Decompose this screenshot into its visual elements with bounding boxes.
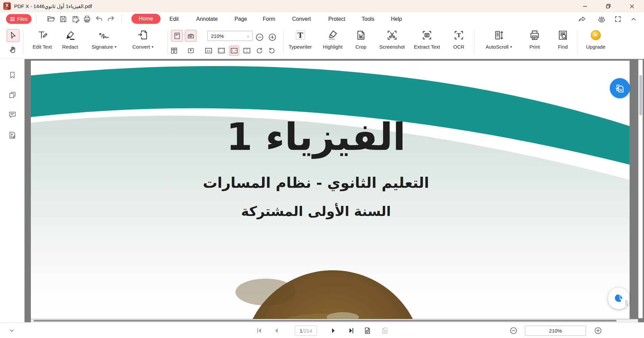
fit-width-button[interactable] xyxy=(229,46,239,56)
first-page-button[interactable] xyxy=(255,326,264,335)
hand-icon xyxy=(9,45,17,54)
rotate-clockwise-button[interactable] xyxy=(254,46,264,56)
print-tool[interactable]: Print xyxy=(529,29,540,50)
rotate-counterclockwise-button[interactable] xyxy=(267,46,277,56)
status-zoom-out-button[interactable] xyxy=(509,326,518,335)
divider xyxy=(577,30,577,54)
signature-tool[interactable]: Signature▾ xyxy=(92,29,116,50)
bookmarks-panel-button[interactable] xyxy=(7,70,17,80)
next-view-button[interactable] xyxy=(380,326,389,335)
divider xyxy=(23,30,24,54)
expand-panel-button[interactable] xyxy=(7,326,16,335)
ocr-label: OCR xyxy=(453,44,464,50)
actual-size-button[interactable]: 1:1 xyxy=(204,46,214,56)
upgrade-button[interactable]: ★ Upgrade xyxy=(586,29,605,50)
rotate-counterclockwise-icon xyxy=(268,47,276,55)
annotation-summary-panel-button[interactable] xyxy=(7,130,17,140)
previous-view-button[interactable] xyxy=(363,326,372,335)
tab-form[interactable]: Form xyxy=(261,12,276,25)
horizontal-scrollbar-thumb[interactable] xyxy=(34,320,616,322)
find-tool[interactable]: Find xyxy=(557,29,569,50)
page-thumbnails-icon xyxy=(8,91,17,99)
next-page-button[interactable] xyxy=(329,326,338,335)
vertical-scrollbar-thumb[interactable] xyxy=(639,75,642,115)
status-zoom-in-button[interactable] xyxy=(594,326,602,335)
fit-height-button[interactable] xyxy=(242,46,252,56)
minimize-button[interactable] xyxy=(577,0,593,12)
fullscreen-button[interactable] xyxy=(613,15,622,23)
pdf-x-application-window: X PDF PDF X - 1446الفيزياء1 أول ثانوي.pd… xyxy=(0,0,644,338)
zoom-level-select[interactable]: 210% ⌄ xyxy=(207,31,253,41)
redact-icon xyxy=(64,30,76,41)
convert-label: Convert▾ xyxy=(132,44,154,50)
continuous-view-button[interactable] xyxy=(185,30,197,42)
typewriter-tool[interactable]: T Typewriter xyxy=(288,29,312,50)
zoom-in-button[interactable] xyxy=(268,33,277,42)
quick-print-button[interactable] xyxy=(83,14,92,23)
convert-to-word-fab[interactable]: W xyxy=(610,78,630,98)
open-file-button[interactable] xyxy=(47,14,56,23)
comments-panel-button[interactable] xyxy=(7,110,17,120)
hand-tool-button[interactable] xyxy=(7,43,19,56)
tab-help[interactable]: Help xyxy=(390,12,404,25)
save-button[interactable] xyxy=(59,14,68,23)
page-thumbnails-panel-button[interactable] xyxy=(7,90,17,100)
first-page-icon xyxy=(255,327,263,335)
convert-tool[interactable]: Convert▾ xyxy=(132,29,154,50)
tab-convert[interactable]: Convert xyxy=(291,12,312,25)
edit-text-tool[interactable]: Edit Text xyxy=(33,29,52,50)
close-button[interactable] xyxy=(624,0,640,12)
tab-annotate[interactable]: Annotate xyxy=(195,12,219,25)
tab-tools[interactable]: Tools xyxy=(360,12,375,25)
zoom-in-icon xyxy=(268,33,277,42)
screenshot-tool[interactable]: Screenshot xyxy=(379,29,405,50)
zoom-out-button[interactable] xyxy=(255,33,264,42)
autoscroll-tool[interactable]: AutoScroll▾ xyxy=(486,29,512,50)
save-as-button[interactable] xyxy=(71,14,80,23)
save-icon xyxy=(59,15,67,23)
undo-button[interactable] xyxy=(95,14,104,23)
next-page-icon xyxy=(329,327,337,335)
restore-button[interactable] xyxy=(600,0,616,12)
presentation-view-button[interactable] xyxy=(186,46,196,56)
share-button[interactable] xyxy=(578,15,586,23)
tab-protect[interactable]: Protect xyxy=(327,12,347,25)
title-bar: X PDF PDF X - 1446الفيزياء1 أول ثانوي.pd… xyxy=(0,0,644,12)
undo-icon xyxy=(95,15,103,23)
horizontal-scrollbar[interactable] xyxy=(31,319,638,322)
fit-width-icon xyxy=(230,46,238,55)
tab-page[interactable]: Page xyxy=(233,12,248,25)
last-page-button[interactable] xyxy=(347,326,356,335)
files-menu-button[interactable]: Files xyxy=(6,14,32,24)
autoscroll-label: AutoScroll▾ xyxy=(486,44,512,50)
single-page-view-button[interactable] xyxy=(171,30,183,42)
document-viewport[interactable]: الفيزياء 1 التعليم الثانوي - نظام المسار… xyxy=(24,59,644,322)
crop-tool[interactable]: Crop xyxy=(355,29,367,50)
eye-icon xyxy=(597,15,606,23)
tab-edit[interactable]: Edit xyxy=(168,12,180,25)
previous-page-button[interactable] xyxy=(272,326,281,335)
edit-text-label: Edit Text xyxy=(33,44,52,50)
ocr-tool[interactable]: T OCR xyxy=(453,29,465,50)
single-page-view-icon xyxy=(173,32,181,40)
redo-button[interactable] xyxy=(106,14,115,23)
two-page-view-button[interactable] xyxy=(169,46,179,56)
select-tool-button[interactable] xyxy=(7,29,19,42)
vertical-scrollbar[interactable] xyxy=(638,60,643,318)
fit-page-button[interactable] xyxy=(216,46,226,56)
highlight-tool[interactable]: Highlight xyxy=(323,29,342,50)
read-mode-button[interactable] xyxy=(597,15,606,23)
chevron-up-icon xyxy=(630,16,637,22)
last-page-icon xyxy=(347,327,355,335)
status-zoom-input[interactable]: 210% xyxy=(525,326,586,336)
pdf-page[interactable]: الفيزياء 1 التعليم الثانوي - نظام المسار… xyxy=(31,61,630,319)
redact-tool[interactable]: Redact xyxy=(62,29,78,50)
screenshot-icon xyxy=(386,29,398,41)
tab-home[interactable]: Home xyxy=(131,14,161,24)
collapse-toolbar-button[interactable] xyxy=(629,15,638,23)
page-number-input[interactable]: 1 /214 xyxy=(295,326,317,336)
caret-down-icon: ▾ xyxy=(510,45,512,49)
extract-text-tool[interactable]: Extract Text xyxy=(414,29,440,50)
fab-drag-handle[interactable] xyxy=(625,300,629,306)
typewriter-label: Typewriter xyxy=(288,44,312,50)
